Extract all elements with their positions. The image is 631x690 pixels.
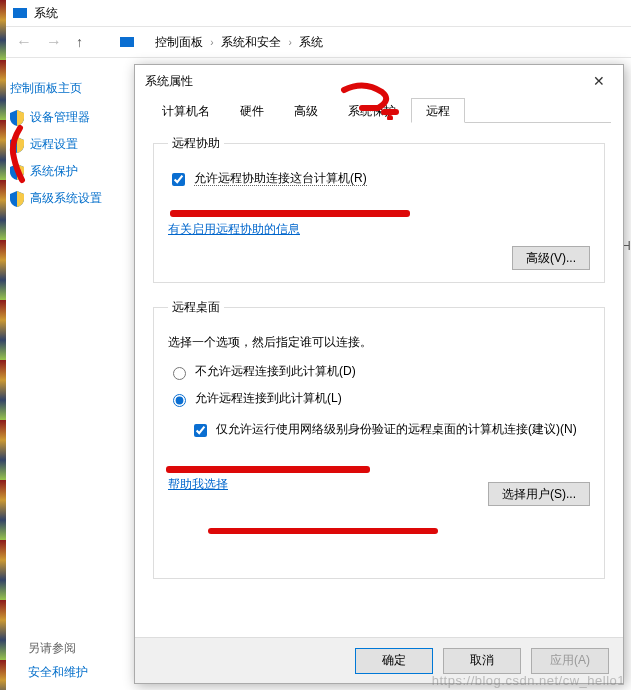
radio-label: 不允许远程连接到此计算机(D) <box>195 363 356 380</box>
sidebar-item-device-manager[interactable]: 设备管理器 <box>10 109 130 126</box>
system-properties-dialog: 系统属性 ✕ 计算机名 硬件 高级 系统保护 远程 远程协助 允许远程协助连接这… <box>134 64 624 684</box>
sidebar: 控制面板主页 设备管理器 远程设置 系统保护 高级系统设置 <box>10 80 130 217</box>
taskbar-edge <box>0 0 6 690</box>
tab-advanced[interactable]: 高级 <box>279 98 333 123</box>
see-also-header: 另请参阅 <box>28 640 76 657</box>
checkbox-label: 仅允许运行使用网络级别身份验证的远程桌面的计算机连接(建议)(N) <box>216 421 577 438</box>
sidebar-item-remote-settings[interactable]: 远程设置 <box>10 136 130 153</box>
tab-remote[interactable]: 远程 <box>411 98 465 123</box>
sidebar-title[interactable]: 控制面板主页 <box>10 80 130 97</box>
group-legend: 远程桌面 <box>168 299 224 316</box>
forward-arrow-icon: → <box>46 33 62 51</box>
cancel-button[interactable]: 取消 <box>443 648 521 674</box>
window-titlebar: 系统 <box>6 0 631 26</box>
sidebar-item-label: 高级系统设置 <box>30 190 102 207</box>
see-also-link-security[interactable]: 安全和维护 <box>28 664 88 681</box>
group-remote-desktop: 远程桌面 选择一个选项，然后指定谁可以连接。 不允许远程连接到此计算机(D) 允… <box>153 299 605 579</box>
explorer-navbar: ← → ↑ 控制面板 › 系统和安全 › 系统 <box>6 26 631 58</box>
tab-strip: 计算机名 硬件 高级 系统保护 远程 <box>147 97 611 123</box>
ok-button[interactable]: 确定 <box>355 648 433 674</box>
shield-icon <box>10 110 24 126</box>
up-arrow-icon[interactable]: ↑ <box>76 34 83 50</box>
sidebar-item-advanced-settings[interactable]: 高级系统设置 <box>10 190 130 207</box>
link-remote-assistance-info[interactable]: 有关启用远程协助的信息 <box>168 222 300 236</box>
shield-icon <box>10 137 24 153</box>
link-help-choose[interactable]: 帮助我选择 <box>168 476 228 493</box>
window-title: 系统 <box>34 5 58 22</box>
apply-button[interactable]: 应用(A) <box>531 648 609 674</box>
sidebar-item-label: 远程设置 <box>30 136 78 153</box>
group-remote-assistance: 远程协助 允许远程协助连接这台计算机(R) 有关启用远程协助的信息 高级(V).… <box>153 135 605 283</box>
breadcrumb[interactable]: 控制面板 › 系统和安全 › 系统 <box>155 34 323 51</box>
radio-allow-remote[interactable] <box>173 394 186 407</box>
shield-icon <box>10 164 24 180</box>
close-icon[interactable]: ✕ <box>585 71 613 91</box>
tab-system-protection[interactable]: 系统保护 <box>333 98 411 123</box>
sidebar-item-label: 设备管理器 <box>30 109 90 126</box>
checkbox-allow-remote-assistance[interactable] <box>172 173 185 186</box>
sidebar-item-system-protection[interactable]: 系统保护 <box>10 163 130 180</box>
advanced-button[interactable]: 高级(V)... <box>512 246 590 270</box>
shield-icon <box>10 191 24 207</box>
tab-hardware[interactable]: 硬件 <box>225 98 279 123</box>
sidebar-item-label: 系统保护 <box>30 163 78 180</box>
system-icon <box>119 36 135 48</box>
radio-disallow-remote[interactable] <box>173 367 186 380</box>
back-arrow-icon[interactable]: ← <box>16 33 32 51</box>
checkbox-nla-only[interactable] <box>194 424 207 437</box>
dialog-title: 系统属性 <box>145 73 193 90</box>
dialog-titlebar: 系统属性 ✕ <box>135 65 623 97</box>
note-text: 选择一个选项，然后指定谁可以连接。 <box>168 334 590 351</box>
system-icon <box>12 7 28 19</box>
group-legend: 远程协助 <box>168 135 224 152</box>
radio-label: 允许远程连接到此计算机(L) <box>195 390 342 407</box>
watermark: https://blog.csdn.net/cw_hello1 <box>432 673 625 688</box>
select-users-button[interactable]: 选择用户(S)... <box>488 482 590 506</box>
checkbox-label: 允许远程协助连接这台计算机(R) <box>194 170 367 187</box>
dialog-body: 远程协助 允许远程协助连接这台计算机(R) 有关启用远程协助的信息 高级(V).… <box>147 127 611 633</box>
tab-computer-name[interactable]: 计算机名 <box>147 98 225 123</box>
